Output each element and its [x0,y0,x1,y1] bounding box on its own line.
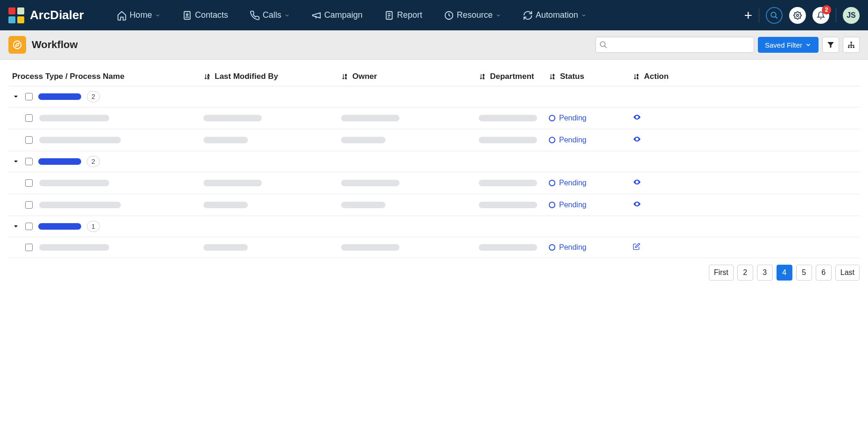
owner-placeholder [341,115,399,121]
search-input[interactable] [595,37,754,53]
table-row: Pending [8,107,860,129]
eye-icon [633,113,641,121]
col-last-modified[interactable]: AZ Last Modified By [203,72,341,81]
svg-text:1: 1 [553,77,554,79]
status-cell: Pending [549,201,587,209]
notifications-button[interactable]: 2 [812,7,829,24]
table-row: Pending [8,194,860,216]
page-first[interactable]: First [709,265,734,281]
col-department[interactable]: 91 Department [479,72,549,81]
status-ring-icon [549,115,555,121]
dept-placeholder [479,244,537,251]
modified-placeholder [203,137,248,143]
svg-text:1: 1 [345,77,347,79]
content: Process Type / Process Name AZ Last Modi… [0,60,868,288]
page-6[interactable]: 6 [816,265,832,281]
group-row: 2 [8,151,860,172]
saved-filter-button[interactable]: Saved Filter [758,37,819,53]
col-owner[interactable]: 91 Owner [341,72,479,81]
sort-91-icon: 91 [549,73,556,80]
chevron-down-icon[interactable] [12,93,20,100]
table-row: Pending [8,237,860,258]
chevron-down-icon[interactable] [12,223,20,230]
col-action[interactable]: 91 Action [633,72,707,81]
group-name-placeholder [38,223,81,230]
chevron-down-icon [284,13,290,18]
row-checkbox[interactable] [25,114,33,122]
col-process-name[interactable]: Process Type / Process Name [12,72,203,81]
group-checkbox[interactable] [25,93,33,100]
nav-contacts[interactable]: Contacts [182,10,228,21]
modified-placeholder [203,244,248,251]
add-button[interactable]: + [744,8,752,22]
row-checkbox[interactable] [25,201,33,209]
pagination: First23456Last [8,265,860,281]
group-checkbox[interactable] [25,158,33,165]
chevron-down-icon [581,13,587,18]
svg-point-1 [186,14,188,15]
row-action-button[interactable] [633,200,641,210]
row-action-button[interactable] [633,243,640,252]
nav-resource[interactable]: Resource [444,10,501,21]
name-placeholder [39,180,109,186]
resource-icon [444,10,454,21]
owner-placeholder [341,137,385,143]
page-2[interactable]: 2 [737,265,753,281]
dept-placeholder [479,115,537,121]
row-checkbox[interactable] [25,179,33,187]
row-checkbox[interactable] [25,136,33,144]
dept-placeholder [479,180,537,186]
hierarchy-button[interactable] [843,37,860,53]
eye-icon [633,178,641,186]
avatar[interactable]: JS [843,7,860,24]
filter-icon [826,41,835,49]
svg-point-6 [14,41,21,49]
nav-home[interactable]: Home [117,10,161,21]
filter-button[interactable] [822,37,839,53]
page-4[interactable]: 4 [777,265,792,281]
settings-button[interactable] [789,7,806,24]
status-ring-icon [549,180,555,186]
page-3[interactable]: 3 [757,265,773,281]
page-5[interactable]: 5 [796,265,812,281]
sort-91-icon: 91 [633,73,640,80]
logo[interactable]: ArcDialer [8,7,84,23]
svg-point-24 [637,139,638,140]
group-count: 2 [87,156,100,167]
row-action-button[interactable] [633,178,641,188]
nav-automation[interactable]: Automation [523,10,587,21]
chevron-down-icon[interactable] [12,158,20,165]
svg-rect-12 [853,47,854,48]
status-ring-icon [549,202,555,208]
status-cell: Pending [549,136,587,144]
svg-point-26 [637,204,638,205]
divider [759,8,759,22]
status-cell: Pending [549,114,587,122]
nav-report[interactable]: Report [384,10,422,21]
report-icon [384,10,394,21]
group-count: 1 [87,221,100,232]
group-name-placeholder [38,158,81,165]
row-action-button[interactable] [633,135,641,145]
nav: HomeContactsCallsCampaignReportResourceA… [117,10,587,21]
row-action-button[interactable] [633,113,641,123]
chevron-down-icon [155,13,161,18]
nav-campaign[interactable]: Campaign [311,10,363,21]
group-checkbox[interactable] [25,223,33,230]
chevron-down-icon [496,13,501,18]
global-search-button[interactable] [766,7,783,24]
owner-placeholder [341,244,399,251]
group-row: 2 [8,86,860,107]
nav-calls[interactable]: Calls [250,10,290,21]
status-label: Pending [559,201,587,209]
divider [836,8,836,22]
eye-icon [633,135,641,143]
row-checkbox[interactable] [25,244,33,251]
status-label: Pending [559,243,587,252]
page-last[interactable]: Last [835,265,860,281]
col-status[interactable]: 91 Status [549,72,633,81]
compass-icon [12,40,22,50]
svg-point-5 [797,14,799,16]
edit-icon [633,243,640,250]
name-placeholder [39,202,121,208]
